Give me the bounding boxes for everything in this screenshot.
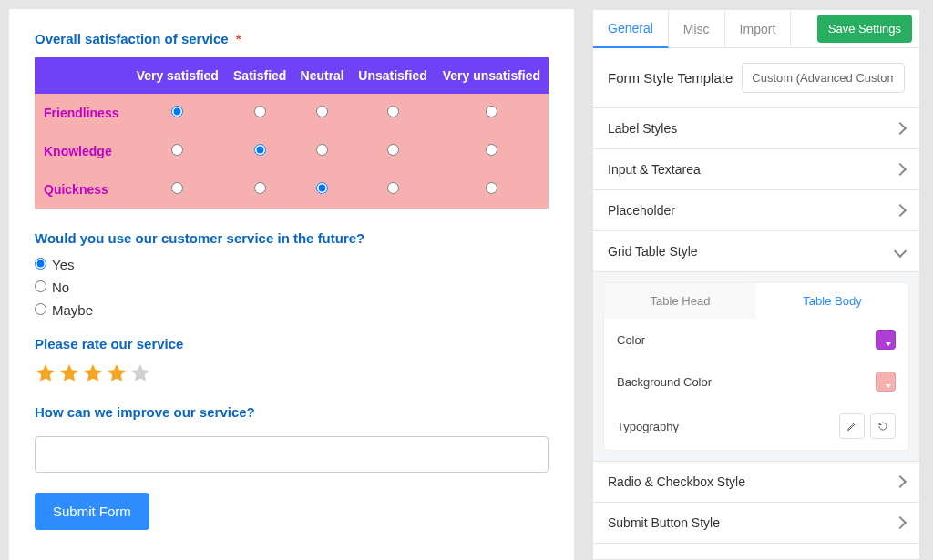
radio-option[interactable]: Maybe [35,302,549,318]
star-icon[interactable] [58,362,80,384]
matrix-radio[interactable] [171,144,183,156]
question-label-rate: Please rate our service [35,336,549,351]
matrix-row-header: Knowledge [35,132,128,170]
matrix-col-header: Neutral [293,57,351,94]
prop-bgcolor-label: Background Color [617,375,712,389]
matrix-row-header: Quickness [35,170,128,209]
chevron-down-icon [894,245,907,258]
radio-option[interactable]: No [35,280,549,295]
matrix-radio[interactable] [171,182,183,194]
tab-misc[interactable]: Misc [669,11,725,47]
matrix-radio[interactable] [254,106,266,117]
radio-input[interactable] [35,258,46,270]
matrix-radio[interactable] [387,106,399,117]
radio-input[interactable] [35,280,46,292]
form-style-template-label: Form Style Template [608,70,733,86]
matrix-radio[interactable] [486,144,497,156]
question-label-improve: How can we improve our service? [35,404,549,420]
matrix-col-header: Very unsatisfied [435,57,549,94]
settings-panel: General Misc Import Save Settings Form S… [592,9,920,560]
chevron-right-icon [894,204,907,217]
matrix-col-header: Satisfied [226,57,293,94]
required-asterisk: * [236,31,241,46]
improve-input[interactable] [35,436,549,473]
question-label-satisfaction: Overall satisfaction of service * [35,31,549,46]
chevron-right-icon [894,122,907,135]
form-style-template-row: Form Style Template [593,48,919,107]
color-swatch[interactable] [876,330,896,350]
subtab-table-head[interactable]: Table Head [604,283,756,319]
matrix-radio[interactable] [486,106,497,117]
radio-input[interactable] [35,303,46,315]
matrix-radio[interactable] [486,182,497,194]
matrix-radio[interactable] [254,182,266,194]
radio-group-future: Yes No Maybe [35,257,549,318]
accordion-radio-checkbox-style[interactable]: Radio & Checkbox Style [593,461,919,502]
tab-general[interactable]: General [593,10,669,48]
matrix-radio[interactable] [387,182,399,194]
form-style-template-select[interactable] [742,63,905,93]
accordion-label-styles[interactable]: Label Styles [593,107,919,148]
star-icon[interactable] [35,362,56,384]
reset-icon [877,421,888,432]
prop-typography-label: Typography [617,420,679,433]
submit-button[interactable]: Submit Form [35,493,149,530]
accordion-input-textarea[interactable]: Input & Textarea [593,148,919,189]
question-label-future: Would you use our customer service in th… [35,230,549,246]
matrix-table: Very satisfied Satisfied Neutral Unsatis… [35,57,549,209]
prop-color-label: Color [617,333,645,347]
accordion-submit-button-style[interactable]: Submit Button Style [593,502,919,544]
chevron-right-icon [894,163,907,176]
accordion-placeholder[interactable]: Placeholder [593,189,919,230]
chevron-right-icon [894,475,907,488]
star-icon[interactable] [129,362,151,384]
typography-edit-button[interactable] [839,413,865,439]
tab-import[interactable]: Import [725,11,792,47]
settings-tabs: General Misc Import Save Settings [593,10,919,48]
typography-reset-button[interactable] [870,413,896,439]
matrix-radio[interactable] [254,144,266,156]
star-icon[interactable] [82,362,104,384]
matrix-radio[interactable] [316,106,328,117]
accordion-grid-table-style[interactable]: Grid Table Style [593,230,919,271]
grid-table-subtabs: Table Head Table Body [604,283,908,319]
star-rating[interactable] [35,362,549,384]
form-preview-panel: Overall satisfaction of service * Very s… [9,9,574,560]
matrix-radio[interactable] [316,144,328,156]
chevron-right-icon [894,516,907,529]
pencil-icon [846,421,857,432]
matrix-radio[interactable] [387,144,399,156]
radio-option[interactable]: Yes [35,257,549,272]
matrix-radio[interactable] [316,182,328,194]
matrix-col-header: Unsatisfied [351,57,435,94]
save-settings-button[interactable]: Save Settings [817,15,912,43]
background-color-swatch[interactable] [876,372,896,392]
star-icon[interactable] [106,362,128,384]
matrix-radio[interactable] [171,106,183,117]
grid-table-body: Table Head Table Body Color Background C… [593,271,919,461]
subtab-table-body[interactable]: Table Body [756,283,908,319]
matrix-row-header: Friendliness [35,94,128,132]
matrix-col-header: Very satisfied [128,57,226,94]
